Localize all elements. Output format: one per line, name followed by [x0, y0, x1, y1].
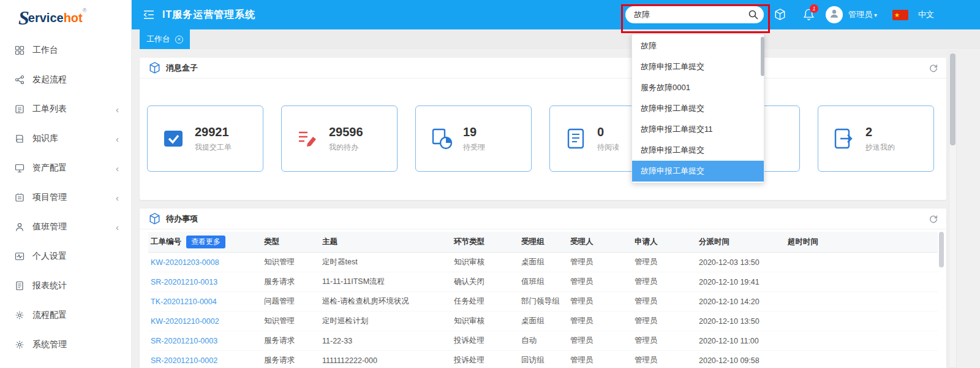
stat-value: 19	[463, 125, 485, 139]
refresh-icon[interactable]	[929, 64, 938, 72]
stat-value: 29921	[195, 125, 232, 139]
order-list-icon	[15, 104, 26, 115]
notification-badge: 1	[810, 4, 818, 13]
apps-cube-icon[interactable]	[774, 8, 786, 23]
sidebar-collapse-icon[interactable]	[143, 10, 155, 22]
todo-table-wrap: 工单编号查看更多类型主题环节类型受理组受理人申请人分派时间超时时间 KW-202…	[140, 229, 946, 368]
stat-label: 待受理	[463, 142, 485, 153]
asset-icon	[15, 163, 26, 174]
content-area: 消息盒子 29921我提交工单29596我的待办19待受理0待阅读2抄送我的 待…	[132, 49, 980, 368]
order-id-link[interactable]: TK-20201210-0004	[151, 297, 217, 306]
column-header: 申请人	[632, 232, 696, 253]
cell: 投诉处理	[451, 351, 519, 368]
sidebar: Servicehot® 工作台发起流程工单列表‹知识库‹资产配置‹项目管理‹值班…	[0, 0, 132, 368]
search-suggestion[interactable]: 故障申报工单提交	[632, 161, 764, 182]
cell	[785, 351, 938, 368]
sidebar-item-asset[interactable]: 资产配置‹	[0, 153, 131, 183]
stat-card-cc-me[interactable]: 2抄送我的	[818, 105, 934, 172]
report-icon	[15, 280, 26, 291]
cell	[785, 331, 938, 351]
stat-label: 待阅读	[597, 142, 619, 153]
order-id-link[interactable]: SR-20201210-0013	[151, 278, 217, 286]
sidebar-item-duty[interactable]: 值班管理‹	[0, 212, 131, 242]
process-icon	[15, 74, 26, 85]
cell-order-id: TK-20201210-0004	[148, 292, 262, 312]
main-area: IT服务运营管理系统 1 管理员▾ ★ 中文 工作台 ×	[132, 0, 980, 368]
cell: 2020-12-10 19:41	[696, 272, 785, 292]
search-suggestion[interactable]: 故障申报工单提交11	[632, 119, 764, 140]
stat-card-pending-accept[interactable]: 19待受理	[415, 105, 532, 172]
search-suggestion[interactable]: 故障申报工单提交	[632, 98, 764, 119]
table-scrollbar-thumb[interactable]	[939, 232, 944, 267]
cell: 管理员	[632, 292, 696, 312]
table-scrollbar[interactable]	[939, 232, 944, 367]
order-id-link[interactable]: KW-20201203-0008	[151, 258, 219, 267]
sidebar-item-label: 工作台	[32, 45, 58, 56]
sidebar-item-start-process[interactable]: 发起流程	[0, 65, 131, 94]
cell: 2020-12-03 13:50	[696, 253, 785, 272]
sidebar-item-report[interactable]: 报表统计	[0, 271, 131, 301]
sidebar-item-flow-config[interactable]: 流程配置	[0, 301, 131, 330]
search-suggestion[interactable]: 故障申报工单提交	[632, 140, 764, 161]
cell-order-id: SR-20201210-0002	[148, 351, 262, 368]
registered-mark: ®	[83, 7, 87, 13]
cell: 管理员	[568, 272, 632, 292]
search-suggestions: 故障故障申报工单提交服务故障0001故障申报工单提交故障申报工单提交11故障申报…	[631, 34, 764, 183]
stat-card-my-todo[interactable]: 29596我的待办	[281, 105, 398, 172]
sidebar-item-system[interactable]: 系统管理	[0, 330, 131, 359]
stat-card-submitted[interactable]: 29921我提交工单	[147, 105, 263, 172]
cell: 投诉处理	[451, 331, 519, 351]
tab-workbench[interactable]: 工作台 ×	[140, 29, 190, 49]
chevron-icon: ‹	[116, 134, 119, 144]
page-scrollbar[interactable]	[949, 52, 957, 368]
order-id-link[interactable]: SR-20201210-0002	[151, 356, 217, 365]
sidebar-item-workbench[interactable]: 工作台	[0, 36, 131, 65]
search-icon[interactable]	[748, 9, 758, 22]
sidebar-item-label: 报表统计	[32, 280, 67, 291]
cell: 知识管理	[262, 312, 320, 331]
stat-value: 0	[597, 125, 619, 139]
order-id-link[interactable]: KW-20201210-0002	[151, 317, 219, 326]
sidebar-item-order-list[interactable]: 工单列表‹	[0, 94, 131, 124]
view-more-button[interactable]: 查看更多	[186, 236, 225, 248]
brand-logo: Servicehot®	[0, 0, 131, 36]
personal-icon	[15, 251, 26, 262]
search-suggestion[interactable]: 故障	[632, 36, 764, 56]
avatar[interactable]	[826, 6, 843, 23]
cell: 回访组	[519, 351, 568, 368]
search-suggestion[interactable]: 故障申报工单提交	[632, 56, 764, 77]
cell: 1111112222-000	[320, 351, 451, 368]
cell: 桌面组	[519, 253, 568, 272]
dropdown-scrollbar-thumb[interactable]	[761, 37, 764, 76]
card-submitted-icon	[161, 126, 186, 151]
stat-label: 抄送我的	[865, 142, 895, 153]
cell	[785, 312, 938, 331]
cell: 11-11-11ITSM流程	[320, 272, 451, 292]
cell	[785, 272, 938, 292]
topbar: IT服务运营管理系统 1 管理员▾ ★ 中文	[132, 0, 980, 29]
cell: 任务处理	[451, 292, 519, 312]
table-row: KW-20201203-0008知识管理定时器test知识审核桌面组管理员管理员…	[148, 253, 938, 272]
tab-label: 工作台	[146, 34, 170, 45]
cell: 确认关闭	[451, 272, 519, 292]
cell: 2020-12-10 13:50	[696, 312, 785, 331]
table-row: TK-20201210-0004问题管理巡检-请检查机房环境状况任务处理部门领导…	[148, 292, 938, 312]
page-scrollbar-thumb[interactable]	[950, 53, 956, 145]
sidebar-item-personal[interactable]: 个人设置	[0, 242, 131, 271]
refresh-icon[interactable]	[929, 215, 938, 223]
china-flag-icon[interactable]: ★	[892, 10, 908, 20]
language-label[interactable]: 中文	[918, 9, 934, 20]
search-input[interactable]	[625, 6, 764, 23]
user-menu[interactable]: 管理员▾	[848, 9, 877, 20]
stat-label: 我的待办	[329, 142, 363, 153]
sidebar-item-knowledge[interactable]: 知识库‹	[0, 124, 131, 153]
tab-close-icon[interactable]: ×	[175, 36, 183, 44]
flow-config-icon	[15, 310, 26, 321]
sidebar-item-project[interactable]: 项目管理‹	[0, 183, 131, 212]
table-row: SR-20201210-0003服务请求11-22-33投诉处理自动管理员管理员…	[148, 331, 938, 351]
app-root: Servicehot® 工作台发起流程工单列表‹知识库‹资产配置‹项目管理‹值班…	[0, 0, 980, 368]
order-id-link[interactable]: SR-20201210-0003	[151, 337, 217, 345]
notifications-bell[interactable]: 1	[803, 8, 815, 23]
search-suggestion[interactable]: 服务故障0001	[632, 77, 764, 98]
cell: 管理员	[632, 331, 696, 351]
